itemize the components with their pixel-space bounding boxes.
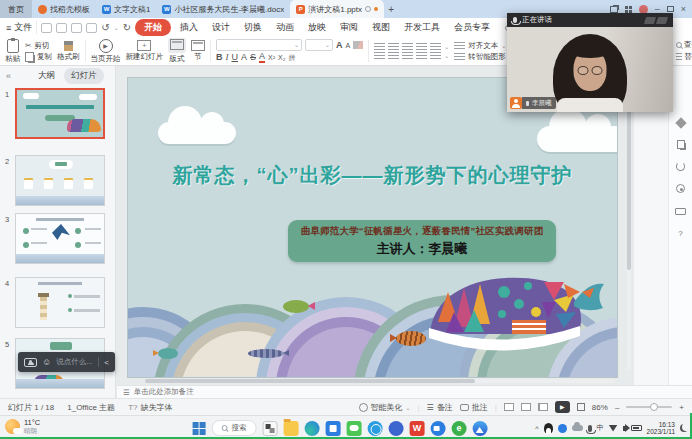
- clear-format-icon[interactable]: [353, 41, 363, 49]
- char-spacing-button[interactable]: A: [241, 52, 247, 63]
- sync-tool-icon[interactable]: [675, 162, 686, 173]
- sorter-view-button[interactable]: [521, 403, 531, 411]
- justify-icon[interactable]: [416, 52, 427, 60]
- ribbon-tab-design[interactable]: 设计: [207, 19, 235, 36]
- format-painter-button[interactable]: 格式刷: [57, 41, 80, 62]
- save-icon[interactable]: [41, 23, 52, 33]
- font-size-select[interactable]: ⌄: [305, 39, 333, 51]
- cloud-tray-icon[interactable]: [572, 425, 583, 431]
- focus-assist-icon[interactable]: [680, 424, 688, 432]
- cut-button[interactable]: ✂ 剪切: [25, 41, 49, 51]
- horizontal-scrollbar[interactable]: [145, 379, 615, 383]
- maximize-button[interactable]: [667, 6, 674, 12]
- subscript-button[interactable]: X₂: [278, 52, 285, 63]
- slide-thumbnail-4[interactable]: [15, 277, 105, 328]
- meeting-chat-bar[interactable]: ☺ 说点什么... <: [18, 352, 115, 372]
- fit-window-icon[interactable]: [577, 403, 585, 411]
- ribbon-tab-transition[interactable]: 切换: [239, 19, 267, 36]
- collapse-chat-icon[interactable]: <: [104, 358, 109, 367]
- find-button[interactable]: 查找: [676, 39, 692, 51]
- columns-icon[interactable]: [430, 52, 441, 60]
- normal-view-button[interactable]: [504, 403, 514, 411]
- ime-indicator[interactable]: 中: [597, 423, 604, 433]
- italic-button[interactable]: I: [226, 52, 229, 63]
- ribbon-tab-view[interactable]: 视图: [367, 19, 395, 36]
- meeting-video-overlay[interactable]: 正在讲话 李晨曦: [507, 13, 673, 112]
- qq-tray-icon[interactable]: [544, 423, 553, 434]
- smart-graphic-button[interactable]: 转智能图形 ⌄: [454, 52, 514, 62]
- export-icon[interactable]: [56, 23, 67, 33]
- slide-subtitle-box[interactable]: 曲阜师范大学“征帆循星火，逐薮眷民情”社区实践调研团 主讲人：李晨曦: [288, 220, 556, 262]
- slide-thumbnail-3[interactable]: [15, 213, 105, 264]
- notes-bar[interactable]: ☰ 单击此处添加备注: [117, 385, 692, 398]
- slideshow-play-button[interactable]: ▶: [555, 401, 570, 413]
- play-from-current-button[interactable]: ▶ 当页开始: [91, 39, 121, 64]
- camera-icon[interactable]: [24, 358, 37, 367]
- copy-button[interactable]: 复制: [25, 52, 52, 62]
- ribbon-tab-review[interactable]: 审阅: [335, 19, 363, 36]
- app-icon[interactable]: [389, 421, 404, 436]
- layout-button[interactable]: 版式: [168, 38, 186, 64]
- beautify-button[interactable]: 智能美化 ⌄: [359, 402, 411, 413]
- tray-app-icon[interactable]: [558, 424, 567, 433]
- volume-icon[interactable]: [623, 426, 626, 431]
- quark-app-icon[interactable]: [473, 421, 488, 436]
- bullet-list-icon[interactable]: [374, 43, 385, 51]
- notes-toggle-button[interactable]: ☰ 备注: [427, 402, 453, 413]
- clock-widget[interactable]: 16:13 2023/1/11: [647, 421, 675, 436]
- browser-e-icon[interactable]: e: [452, 421, 467, 436]
- tray-expand-icon[interactable]: ^: [535, 425, 538, 432]
- help-tool-icon[interactable]: ?: [675, 228, 686, 239]
- pages-tool-icon[interactable]: [675, 140, 686, 151]
- zoom-in-button[interactable]: +: [679, 403, 684, 412]
- taskbar-search[interactable]: 搜索: [212, 420, 257, 436]
- microsoft-store-icon[interactable]: [326, 421, 341, 436]
- workspace-grid-icon[interactable]: [625, 6, 632, 13]
- decrease-indent-icon[interactable]: [402, 43, 413, 51]
- start-button[interactable]: [193, 422, 206, 435]
- missing-font-warning[interactable]: T? 缺失字体: [128, 402, 172, 413]
- reading-view-button[interactable]: [538, 403, 548, 411]
- slide-canvas[interactable]: 新常态，“心”出彩——新形势下的心理守护 曲阜师范大学“征帆循星火，逐薮眷民情”…: [128, 78, 617, 377]
- pinyin-button[interactable]: 拼: [288, 52, 295, 63]
- superscript-button[interactable]: X²: [268, 52, 275, 63]
- wechat-icon[interactable]: [347, 421, 362, 436]
- bold-button[interactable]: B: [216, 52, 223, 63]
- emoji-icon[interactable]: ☺: [42, 358, 51, 367]
- slide-thumbnail-1[interactable]: [15, 88, 105, 139]
- chevron-down-icon[interactable]: ⌄: [114, 24, 119, 31]
- tab-outline[interactable]: 大纲: [38, 70, 55, 82]
- chat-input-placeholder[interactable]: 说点什么...: [56, 357, 92, 367]
- battery-icon[interactable]: [631, 425, 642, 431]
- file-menu[interactable]: ≡ 文件: [6, 21, 37, 34]
- tab-home[interactable]: 首页: [0, 0, 32, 18]
- participant-video[interactable]: 李晨曦: [507, 27, 673, 112]
- replace-button[interactable]: 替换 ⌄: [676, 51, 692, 63]
- font-color-button[interactable]: A: [259, 52, 265, 63]
- section-button[interactable]: 节: [191, 40, 205, 62]
- font-name-select[interactable]: ⌄: [216, 39, 302, 51]
- line-spacing-icon[interactable]: [430, 43, 441, 51]
- strikethrough-button[interactable]: S: [250, 52, 256, 63]
- ribbon-tab-slideshow[interactable]: 放映: [303, 19, 331, 36]
- restore-layout-icon[interactable]: [610, 6, 618, 13]
- tab-slides[interactable]: 幻灯片: [64, 68, 104, 84]
- numbered-list-icon[interactable]: [388, 43, 399, 51]
- new-tab-button[interactable]: +: [384, 4, 398, 15]
- vertical-scrollbar[interactable]: [627, 80, 631, 370]
- zoom-percent[interactable]: 86%: [592, 403, 608, 412]
- print-icon[interactable]: [71, 23, 82, 33]
- redo-icon[interactable]: ↻: [123, 23, 131, 33]
- zoom-knob[interactable]: [650, 403, 658, 411]
- decrease-font-button[interactable]: A: [346, 40, 351, 51]
- comments-button[interactable]: 批注: [460, 402, 488, 413]
- edge-browser-icon[interactable]: [305, 421, 320, 436]
- preview-icon[interactable]: [86, 23, 97, 33]
- align-text-button[interactable]: 对齐文本 ⌄: [454, 41, 506, 51]
- collapse-panel-button[interactable]: «: [6, 71, 11, 81]
- theme-name[interactable]: 1_Office 主题: [67, 402, 115, 413]
- undo-icon[interactable]: ↺: [101, 23, 109, 33]
- new-slide-button[interactable]: + 新建幻灯片: [126, 40, 164, 62]
- align-center-icon[interactable]: [388, 52, 399, 60]
- close-button[interactable]: ×: [681, 3, 686, 15]
